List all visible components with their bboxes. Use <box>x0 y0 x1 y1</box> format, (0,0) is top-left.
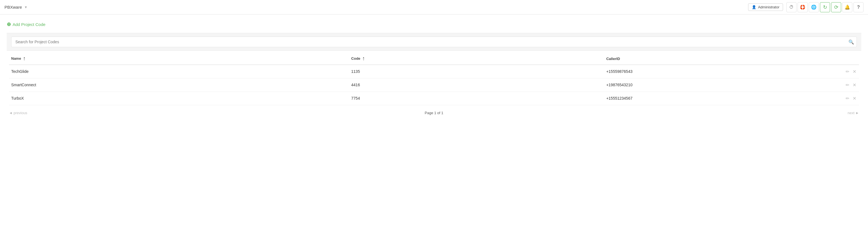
brand-chevron-icon: ▼ <box>24 5 28 9</box>
col-name-label: Name <box>11 56 21 61</box>
edit-button-2[interactable]: ✏ <box>845 95 850 102</box>
cell-actions-2: ✏ ✕ <box>791 92 859 105</box>
bell-icon-button[interactable]: 🔔 <box>842 2 852 12</box>
cell-callerid-1: +19876543210 <box>604 78 791 92</box>
header-actions: 👤 Administrator ⏱ 🛟 🌐 ↻ ⟳ 🔔 ? <box>748 2 864 12</box>
code-sort-down-icon[interactable]: ▼ <box>363 59 365 61</box>
col-header-name: Name ▲ ▼ <box>9 53 349 65</box>
delete-button-1[interactable]: ✕ <box>852 82 857 88</box>
support-icon-button[interactable]: 🛟 <box>798 2 808 12</box>
brand-area: PBXware ▼ <box>4 5 748 9</box>
edit-button-0[interactable]: ✏ <box>845 68 850 75</box>
brand-name: PBXware <box>4 5 22 9</box>
name-sort-icons[interactable]: ▲ ▼ <box>23 57 25 61</box>
cell-name-0: TechGlide <box>9 65 349 78</box>
col-code-label: Code <box>351 56 361 61</box>
clock-icon-button[interactable]: ⏱ <box>786 2 797 12</box>
cell-code-1: 4416 <box>349 78 604 92</box>
globe-icon: 🌐 <box>811 4 816 10</box>
table-header: Name ▲ ▼ Code ▲ ▼ Caller <box>9 53 859 65</box>
code-sort-icons[interactable]: ▲ ▼ <box>363 57 365 61</box>
bell-icon: 🔔 <box>844 4 850 10</box>
table-row: TurboX 7754 +15551234567 ✏ ✕ <box>9 92 859 105</box>
search-inner: 🔍 <box>11 37 857 47</box>
table-body: TechGlide 1135 +15559876543 ✏ ✕ SmartCon… <box>9 65 859 105</box>
header-row: Name ▲ ▼ Code ▲ ▼ Caller <box>9 53 859 65</box>
cell-code-2: 7754 <box>349 92 604 105</box>
page-info: Page 1 of 1 <box>425 111 443 115</box>
clock-icon: ⏱ <box>789 5 794 10</box>
cell-callerid-2: +15551234567 <box>604 92 791 105</box>
previous-button: ◄ previous <box>9 111 27 115</box>
support-icon: 🛟 <box>800 4 805 10</box>
cell-callerid-0: +15559876543 <box>604 65 791 78</box>
sync-icon-button[interactable]: ⟳ <box>831 2 841 12</box>
col-callerid-label: CallerID <box>606 57 620 61</box>
add-project-code-button[interactable]: ⊕ Add Project Code <box>7 20 45 29</box>
table-container: Name ▲ ▼ Code ▲ ▼ Caller <box>7 53 861 105</box>
cell-name-2: TurboX <box>9 92 349 105</box>
refresh-icon-button[interactable]: ↻ <box>820 2 830 12</box>
table-row: TechGlide 1135 +15559876543 ✏ ✕ <box>9 65 859 78</box>
question-icon-button[interactable]: ? <box>854 2 864 12</box>
delete-button-2[interactable]: ✕ <box>852 95 857 102</box>
globe-icon-button[interactable]: 🌐 <box>809 2 819 12</box>
table-row: SmartConnect 4416 +19876543210 ✏ ✕ <box>9 78 859 92</box>
main-content: ⊕ Add Project Code 🔍 Name ▲ ▼ <box>0 14 868 121</box>
search-button[interactable]: 🔍 <box>848 39 854 45</box>
edit-button-1[interactable]: ✏ <box>845 82 850 88</box>
cell-name-1: SmartConnect <box>9 78 349 92</box>
search-icon: 🔍 <box>848 40 854 44</box>
cell-code-0: 1135 <box>349 65 604 78</box>
next-button: next ► <box>847 111 859 115</box>
col-header-callerid: CallerID <box>604 53 791 65</box>
search-container: 🔍 <box>7 33 861 51</box>
refresh-icon: ↻ <box>823 4 827 10</box>
app-header: PBXware ▼ 👤 Administrator ⏱ 🛟 🌐 ↻ ⟳ 🔔 ? <box>0 0 868 14</box>
add-project-label: Add Project Code <box>12 22 45 27</box>
add-circle-icon: ⊕ <box>7 21 11 27</box>
admin-menu-button[interactable]: 👤 Administrator <box>748 3 783 11</box>
sync-icon: ⟳ <box>834 4 838 10</box>
col-header-code: Code ▲ ▼ <box>349 53 604 65</box>
user-icon: 👤 <box>752 5 756 9</box>
pagination: ◄ previous Page 1 of 1 next ► <box>7 105 861 121</box>
cell-actions-1: ✏ ✕ <box>791 78 859 92</box>
name-sort-down-icon[interactable]: ▼ <box>23 59 25 61</box>
project-codes-table: Name ▲ ▼ Code ▲ ▼ Caller <box>9 53 859 105</box>
question-icon: ? <box>857 5 860 10</box>
admin-label: Administrator <box>758 5 779 9</box>
delete-button-0[interactable]: ✕ <box>852 68 857 75</box>
cell-actions-0: ✏ ✕ <box>791 65 859 78</box>
search-input[interactable] <box>11 37 857 47</box>
col-header-actions <box>791 53 859 65</box>
